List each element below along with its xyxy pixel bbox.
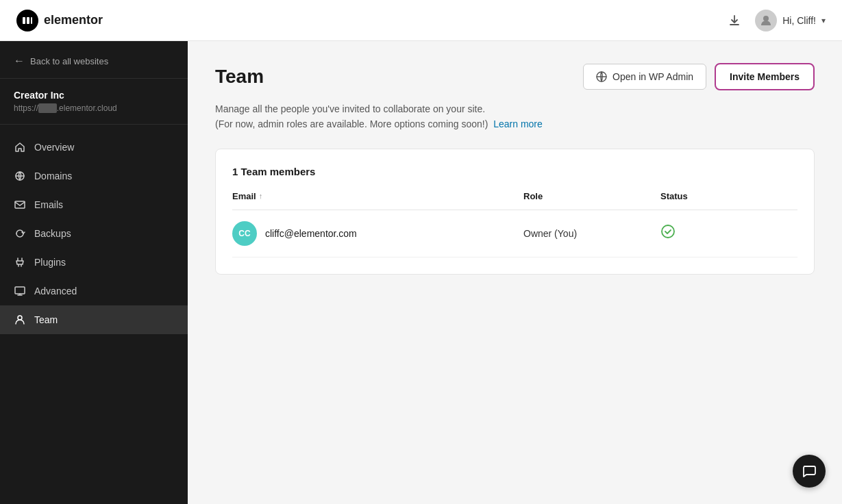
back-to-websites-link[interactable]: ← Back to all websites bbox=[14, 55, 174, 67]
backups-label: Backups bbox=[34, 228, 71, 239]
envelope-icon bbox=[14, 199, 26, 211]
team-card: 1 Team members Email ↑ Role Status CC bbox=[215, 149, 815, 275]
sort-icon: ↑ bbox=[259, 192, 263, 200]
sidebar-back-section: ← Back to all websites bbox=[0, 41, 188, 79]
svg-rect-5 bbox=[15, 201, 25, 208]
site-url-suffix: .elementor.cloud bbox=[57, 103, 117, 113]
table-header: Email ↑ Role Status bbox=[232, 191, 797, 210]
avatar bbox=[755, 10, 777, 32]
back-arrow-icon: ← bbox=[14, 55, 25, 67]
site-url: https:// .elementor.cloud bbox=[14, 103, 174, 113]
description-line2: (For now, admin roles are available. Mor… bbox=[215, 118, 488, 129]
description-line1: Manage all the people you've invited to … bbox=[215, 103, 485, 114]
open-wp-admin-button[interactable]: Open in WP Admin bbox=[583, 64, 706, 90]
invite-button-label: Invite Members bbox=[730, 71, 800, 82]
site-name: Creator Inc bbox=[14, 90, 174, 101]
plug-icon bbox=[14, 256, 26, 268]
monitor-icon bbox=[14, 285, 26, 297]
svg-rect-0 bbox=[23, 17, 25, 24]
team-label: Team bbox=[34, 314, 58, 325]
sidebar-item-domains[interactable]: Domains bbox=[0, 162, 188, 190]
wp-admin-label: Open in WP Admin bbox=[612, 71, 693, 82]
svg-rect-6 bbox=[15, 287, 25, 294]
sidebar: ← Back to all websites Creator Inc https… bbox=[0, 41, 188, 504]
logo: elementor bbox=[16, 10, 103, 32]
team-icon bbox=[14, 314, 26, 326]
app-header: elementor Hi, Cliff! ▾ bbox=[0, 0, 842, 41]
advanced-label: Advanced bbox=[34, 286, 77, 297]
site-url-prefix: https:// bbox=[14, 103, 38, 113]
header-right: Hi, Cliff! ▾ bbox=[725, 10, 826, 32]
email-col-header: Email ↑ bbox=[232, 191, 523, 201]
sidebar-item-plugins[interactable]: Plugins bbox=[0, 248, 188, 277]
svg-rect-2 bbox=[31, 17, 32, 24]
svg-point-3 bbox=[763, 16, 769, 21]
sidebar-item-team[interactable]: Team bbox=[0, 305, 188, 334]
svg-point-9 bbox=[662, 225, 674, 238]
chevron-down-icon: ▾ bbox=[821, 16, 826, 25]
table-row: CC cliffc@elementor.com Owner (You) bbox=[232, 210, 797, 257]
user-name: Hi, Cliff! bbox=[782, 15, 816, 26]
member-email: cliffc@elementor.com bbox=[265, 228, 357, 239]
user-menu[interactable]: Hi, Cliff! ▾ bbox=[755, 10, 826, 32]
sidebar-item-advanced[interactable]: Advanced bbox=[0, 277, 188, 305]
domains-label: Domains bbox=[34, 171, 72, 181]
page-header: Team Open in WP Admin Invite Members bbox=[215, 63, 815, 90]
member-status bbox=[660, 224, 797, 242]
svg-rect-1 bbox=[27, 17, 29, 24]
overview-label: Overview bbox=[34, 142, 74, 153]
status-col-header: Status bbox=[660, 191, 797, 201]
backups-icon bbox=[14, 227, 26, 240]
sidebar-item-backups[interactable]: Backups bbox=[0, 219, 188, 248]
invite-members-button[interactable]: Invite Members bbox=[715, 63, 815, 90]
sidebar-nav: Overview Domains bbox=[0, 125, 188, 504]
team-count: 1 Team members bbox=[232, 166, 797, 177]
page-actions: Open in WP Admin Invite Members bbox=[583, 63, 815, 90]
member-email-cell: CC cliffc@elementor.com bbox=[232, 221, 523, 246]
svg-point-7 bbox=[18, 316, 22, 320]
sidebar-item-emails[interactable]: Emails bbox=[0, 190, 188, 219]
logo-icon bbox=[16, 10, 38, 32]
back-to-websites-label: Back to all websites bbox=[30, 56, 108, 66]
learn-more-link[interactable]: Learn more bbox=[493, 118, 543, 129]
page-description: Manage all the people you've invited to … bbox=[215, 101, 815, 132]
chat-button[interactable] bbox=[793, 455, 826, 488]
app-body: ← Back to all websites Creator Inc https… bbox=[0, 41, 842, 504]
logo-text: elementor bbox=[44, 13, 103, 27]
globe-icon bbox=[14, 170, 26, 182]
emails-label: Emails bbox=[34, 199, 63, 210]
main-content: Team Open in WP Admin Invite Members Man… bbox=[188, 41, 842, 504]
page-title: Team bbox=[215, 66, 264, 88]
house-icon bbox=[14, 141, 26, 153]
plugins-label: Plugins bbox=[34, 257, 66, 268]
status-check-icon bbox=[660, 227, 676, 242]
member-role: Owner (You) bbox=[523, 228, 660, 239]
role-col-header: Role bbox=[523, 191, 660, 201]
sidebar-item-overview[interactable]: Overview bbox=[0, 133, 188, 162]
site-info: Creator Inc https:// .elementor.cloud bbox=[0, 79, 188, 125]
download-icon[interactable] bbox=[725, 11, 744, 30]
site-url-blurred bbox=[38, 103, 57, 113]
member-avatar: CC bbox=[232, 221, 257, 246]
